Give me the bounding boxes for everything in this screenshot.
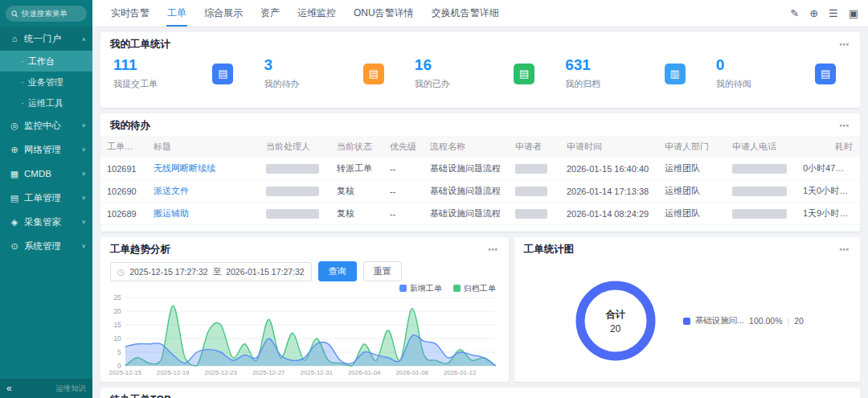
list-icon[interactable]: ☰ [829,7,838,19]
redacted-value [732,187,787,196]
cell-phone [726,158,796,180]
stat-text: 16我的已办 [415,57,450,90]
submitted-ticket-icon: ▤ [212,64,233,84]
quick-search-input[interactable]: 快速搜索菜单 [6,6,87,22]
cmdb-icon: ▦ [9,169,20,179]
sidebar-subitem-0-2[interactable]: ·运维工具 [0,92,92,113]
reset-button[interactable]: 重置 [363,261,402,281]
edit-icon[interactable]: ✎ [790,7,799,19]
collapse-sidebar-icon[interactable]: « [6,383,12,394]
stat-label: 我提交工单 [113,78,158,90]
stat-label: 我的待阅 [716,78,751,90]
legend-item-0[interactable]: 新增工单 [399,283,442,293]
donut-center: 合计 20 [571,276,661,366]
todo-icon: ▤ [363,64,384,84]
tab-6[interactable]: 交换机告警详细 [423,0,508,27]
column-header-duration: 耗时 [796,136,860,158]
ticket-pie-card: 工单统计图 ⋯ 合计 20 [514,237,860,382]
sidebar-item-2[interactable]: ⊕网络管理∨ [0,137,92,162]
cell-apply-time: 2026-01-15 16:40:40 [560,158,658,180]
legend-item-1[interactable]: 归档工单 [453,283,496,293]
range-separator: 至 [213,266,222,277]
more-icon[interactable]: ⋯ [488,244,499,256]
cell-id: 102690 [100,180,147,203]
tab-0[interactable]: 实时告警 [102,0,158,27]
more-icon[interactable]: ⋯ [839,244,850,256]
stat-item-3: 631我的归档▥ [555,57,706,90]
more-icon[interactable]: ⋯ [839,120,850,132]
cell-handler [260,158,330,180]
sidebar-item-1[interactable]: ◎监控中心∨ [0,113,92,137]
sidebar-subitem-0-1[interactable]: ·业务管理 [0,72,92,92]
trend-chart-svg: 05101520252025-12-152025-12-192025-12-23… [104,293,502,377]
donut-center-label: 合计 [606,308,625,322]
card-header: 我的工单统计 ⋯ [100,32,860,55]
sidebar-item-label: 统一门户 [24,33,81,45]
date-range-picker[interactable]: ◷ 2025-12-15 17:27:32 至 2026-01-15 17:27… [110,262,312,281]
card-header: 工单统计图 ⋯ [514,237,860,260]
cell-title[interactable]: 无线网断断续续 [147,158,260,180]
sidebar-item-4[interactable]: ▤工单管理∨ [0,186,92,210]
cell-status: 复核 [330,180,383,203]
date-start: 2025-12-15 17:27:32 [129,267,208,277]
pie-body: 合计 20 基础设施问... 100.00% | 20 [514,260,860,382]
stat-value: 111 [113,57,158,73]
cell-duration: 1天9小时3分钟 [796,203,860,225]
add-icon[interactable]: ⊕ [809,7,818,19]
cell-duration: 1天0小时47分钟 [796,180,860,203]
cell-title[interactable]: 搬运辅助 [147,203,260,225]
svg-text:2026-01-08: 2026-01-08 [395,369,428,376]
column-header-status: 当前状态 [330,136,383,158]
table-row: 102689搬运辅助复核--基础设施问题流程2026-01-14 08:24:2… [100,203,860,225]
date-end: 2026-01-15 17:27:32 [226,267,305,277]
network-icon: ⊕ [9,145,20,155]
query-button[interactable]: 查询 [318,261,357,281]
card-header: 我的待办 ⋯ [100,113,860,136]
card-title: 我的工单统计 [110,38,170,51]
pie-legend-item[interactable]: 基础设施问... 100.00% | 20 [683,315,804,326]
sidebar-item-5[interactable]: ◈采集管家∨ [0,210,92,234]
tabbar: 实时告警工单综合展示资产运维监控ONU告警详情交换机告警详细 ✎⊕☰▣ [92,0,868,27]
card-title: 待办工单TOP [110,393,170,398]
tab-3[interactable]: 资产 [252,0,289,27]
more-icon[interactable]: ⋯ [839,39,850,51]
redacted-value [515,187,547,196]
table-row: 102690派送文件复核--基础设施问题流程2026-01-14 17:13:3… [100,180,860,203]
tab-2[interactable]: 综合展示 [195,0,252,27]
sidebar-item-6[interactable]: ⊙系统管理∨ [0,234,92,258]
stat-label: 我的已办 [415,78,450,90]
stat-text: 631我的归档 [565,57,600,90]
cell-flow: 基础设施问题流程 [424,203,509,225]
more-icon[interactable]: ⋯ [839,394,850,398]
stat-text: 0我的待阅 [716,57,751,90]
cell-title[interactable]: 派送文件 [147,180,260,203]
svg-text:2025-12-23: 2025-12-23 [204,369,237,376]
tab-1[interactable]: 工单 [158,0,195,27]
chevron-down-icon: ∨ [81,170,86,176]
tab-5[interactable]: ONU告警详情 [345,0,423,27]
legend-swatch [399,285,407,292]
cell-handler [260,180,330,203]
sidebar: 快速搜索菜单 ⌂统一门户∧·工作台·业务管理·运维工具◎监控中心∨⊕网络管理∨▦… [0,0,92,398]
cell-applicant [509,158,560,180]
svg-text:15: 15 [113,321,121,329]
bullet-icon: · [21,77,24,87]
stat-text: 111我提交工单 [113,57,158,90]
pie-legend-divider: | [788,316,790,326]
tab-4[interactable]: 运维监控 [289,0,345,27]
sidebar-item-3[interactable]: ▦CMDB∨ [0,162,92,186]
monitor-icon: ◎ [9,121,20,131]
cell-dept: 运维团队 [658,180,726,203]
main-area: 实时告警工单综合展示资产运维监控ONU告警详情交换机告警详细 ✎⊕☰▣ 我的工单… [92,0,868,398]
tabs: 实时告警工单综合展示资产运维监控ONU告警详情交换机告警详细 [102,0,508,27]
stat-value: 3 [264,57,299,73]
redacted-value [266,164,319,174]
sidebar-item-0[interactable]: ⌂统一门户∧ [0,27,92,51]
sidebar-subitem-0-0[interactable]: ·工作台 [0,51,92,72]
sidebar-item-label: 监控中心 [24,120,81,132]
trend-chart: 05101520252025-12-152025-12-192025-12-23… [100,293,509,382]
chevron-down-icon: ∨ [81,243,86,248]
stat-label: 我的待办 [264,78,299,90]
svg-text:5: 5 [117,348,121,356]
screen-icon[interactable]: ▣ [849,7,858,19]
